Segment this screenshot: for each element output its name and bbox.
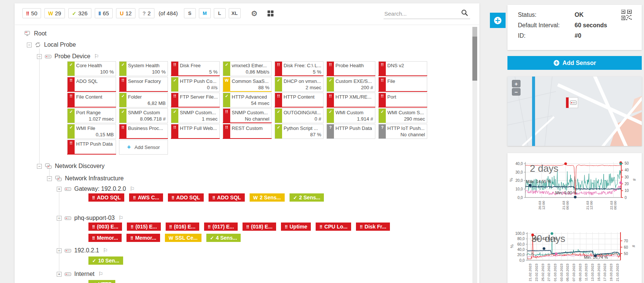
priority-flag-icon[interactable]: ⚐	[94, 53, 99, 60]
sensor-tile[interactable]: !!Disk Free5 %	[171, 61, 220, 76]
sensor-tile[interactable]: ✓OUTGOING/All...0 #	[275, 108, 323, 123]
map-zoom-in-button[interactable]: +	[512, 80, 520, 87]
expander-gateway[interactable]: +	[57, 187, 62, 192]
sensor-chip[interactable]: !!Uptime	[281, 223, 311, 231]
tree-node-label[interactable]: 192.0.2.1	[74, 247, 99, 254]
sensor-chip[interactable]: W2 Sens...	[250, 193, 285, 202]
sensor-chip[interactable]: !!Memor...	[88, 234, 122, 242]
sensor-tile[interactable]: !!HTTP XML/RE...	[326, 93, 375, 108]
sensor-chip[interactable]: !!ADO SQL	[209, 193, 244, 202]
sensor-tile[interactable]: ✓DHCP on vmxn...2 msec	[275, 77, 323, 92]
size-button-l[interactable]: L	[214, 8, 226, 18]
sensor-tile[interactable]: ✓WMI Custom1.914 #	[326, 108, 375, 123]
expander-network-discovery[interactable]: −	[37, 164, 42, 169]
add-sensor-button[interactable]: Add Sensor	[507, 56, 642, 70]
sensor-tile[interactable]: ✓SNMP Custom8.096.718 #	[119, 108, 168, 123]
sensor-tile[interactable]: ✓System Health100 %	[119, 61, 168, 76]
sensor-chip[interactable]: !!Disk Fr...	[356, 223, 390, 231]
sensor-tile[interactable]: !!Port	[378, 93, 427, 108]
tree-node-label[interactable]: Network Discovery	[55, 163, 104, 170]
sensor-chip[interactable]: !!(017) E...	[204, 223, 238, 231]
sensor-tile[interactable]: ✓HTTP Advanced54 msec	[223, 93, 272, 108]
scrollbar-thumb[interactable]	[472, 37, 477, 81]
sensor-name: File	[387, 78, 426, 84]
sensor-chip[interactable]: WSSL Ce...	[165, 234, 201, 242]
priority-flag-icon[interactable]: ⚐	[130, 186, 135, 192]
sensor-tile[interactable]: ✓WMI File0,15 MB	[67, 124, 116, 139]
sensor-tile[interactable]: !!Business Proc...	[119, 124, 168, 139]
status-filter-error[interactable]: !!50	[22, 8, 41, 18]
sensor-chip[interactable]: !!AWS C...	[129, 193, 163, 202]
sensor-tile[interactable]: ✓SNMP Custom...1 msec	[171, 108, 220, 123]
expander-local-probe[interactable]: −	[27, 43, 32, 47]
sensor-chip[interactable]: !!ADO SQL	[88, 193, 124, 202]
sensor-chip[interactable]: ✓HTTP	[88, 280, 115, 283]
sensor-tile[interactable]: !!ADO SQL	[67, 77, 116, 92]
tree-node-label[interactable]: Root	[34, 30, 47, 37]
size-button-xl[interactable]: XL	[229, 8, 241, 18]
size-button-s[interactable]: S	[184, 8, 196, 18]
search-icon[interactable]	[461, 9, 468, 18]
svg-text:00:00: 00:00	[613, 201, 617, 210]
sensor-chip[interactable]: ✓4 Sens...	[206, 234, 241, 242]
scrollbar-track[interactable]	[472, 27, 477, 283]
tree-node-label[interactable]: Gateway: 192.0.2.0	[74, 186, 126, 192]
sensor-tile[interactable]: ✓Port Range1.027 msec	[67, 108, 116, 123]
sensor-tile[interactable]: !!REST Custom	[223, 124, 272, 139]
priority-flag-icon[interactable]: ⚐	[119, 215, 124, 221]
expander-internet[interactable]: +	[57, 272, 62, 277]
sensor-chip[interactable]: !!ADO SQL	[168, 193, 204, 202]
sensor-tile[interactable]: WCommon SaaS...88 %	[223, 77, 272, 92]
sensor-tile[interactable]: ✓Folder6,82 MB	[119, 93, 168, 108]
sensor-chip[interactable]: !!(003) E...	[88, 223, 122, 231]
sensor-tile[interactable]: !!Probe Health	[326, 61, 375, 76]
add-sensor-tile[interactable]: +Add Sensor	[119, 140, 168, 155]
tree-node-label[interactable]: phq-support-03	[74, 215, 115, 221]
settings-icon[interactable]: ⚙	[251, 9, 258, 18]
status-filter-warning[interactable]: W29	[44, 8, 65, 18]
sensor-tile[interactable]: !!SNMP Custom...No channel	[223, 108, 272, 123]
sensor-tile[interactable]: ?HTTP Push Data	[326, 124, 375, 139]
sensor-tile[interactable]: !!HTTP Content	[275, 93, 323, 108]
sensor-chip[interactable]: !!Memor...	[126, 234, 160, 242]
sensor-tile[interactable]: !!File Content	[67, 93, 116, 108]
tree-node-label[interactable]: Probe Device	[54, 53, 90, 60]
sensor-tile[interactable]: ✓WMI Custom S...290 msec	[378, 108, 427, 123]
sensor-tile[interactable]: !!FTP Server File...	[171, 93, 220, 108]
sensor-tile[interactable]: ✓Custom EXE/S...200 #	[326, 77, 375, 92]
sensor-tile[interactable]: !!Sensor Factory	[119, 77, 168, 92]
sensor-tile[interactable]: !!File	[378, 77, 427, 92]
sensor-tile[interactable]: ✓vmxnet3 Ether...0,86 Mbit/s	[223, 61, 272, 76]
search-input[interactable]	[384, 9, 470, 19]
sensor-tile[interactable]: ✓Core Health100 %	[67, 61, 116, 76]
tree-node-label[interactable]: Network Infrastructure	[65, 175, 124, 182]
expander-network-infrastructure[interactable]: −	[47, 176, 52, 181]
sensor-chip[interactable]: !!CPU Lo...	[316, 223, 351, 231]
tree-node-label[interactable]: Local Probe	[44, 41, 76, 48]
sensor-tile[interactable]: !!HTTP Full Web...	[171, 124, 220, 139]
sensor-chip[interactable]: ✓2 Sens...	[290, 193, 324, 202]
priority-flag-icon[interactable]: ⚐	[103, 247, 108, 254]
size-button-m[interactable]: M	[199, 8, 211, 18]
status-filter-paused[interactable]: II65	[95, 8, 113, 18]
sensor-tile[interactable]: ✓Python Script ...87 %	[275, 124, 323, 139]
sensor-tile[interactable]: !!Disk Free: C:\ L...5 %	[275, 61, 323, 76]
tiles-view-icon[interactable]	[268, 10, 273, 16]
status-filter-unusual[interactable]: U12	[116, 8, 135, 18]
status-filter-ok[interactable]: ✓326	[68, 8, 91, 18]
geo-map[interactable]: + −	[507, 77, 642, 146]
sensor-chip[interactable]: !!(016) E...	[166, 223, 199, 231]
map-zoom-out-button[interactable]: −	[512, 88, 520, 96]
tree-node-label[interactable]: Internet	[74, 271, 94, 277]
sensor-tile[interactable]: ?HTTP IoT Push...No channel	[378, 124, 427, 139]
sensor-chip[interactable]: !!(015) E...	[127, 223, 160, 231]
sensor-tile[interactable]: !!HTTP Push Data	[67, 140, 116, 155]
quick-add-button[interactable]	[490, 13, 506, 28]
sensor-chip[interactable]: !!(018) E...	[243, 223, 276, 231]
qr-code-icon[interactable]	[621, 10, 632, 22]
sensor-tile[interactable]: !!DNS v2	[378, 61, 427, 76]
status-filter-unknown[interactable]: ?2	[139, 8, 154, 18]
sensor-chip[interactable]: ✓10 Sen...	[88, 256, 123, 265]
priority-flag-icon[interactable]: ⚐	[98, 271, 103, 277]
sensor-tile[interactable]: ✓HTTP Push Co...0 #/s	[171, 77, 220, 92]
